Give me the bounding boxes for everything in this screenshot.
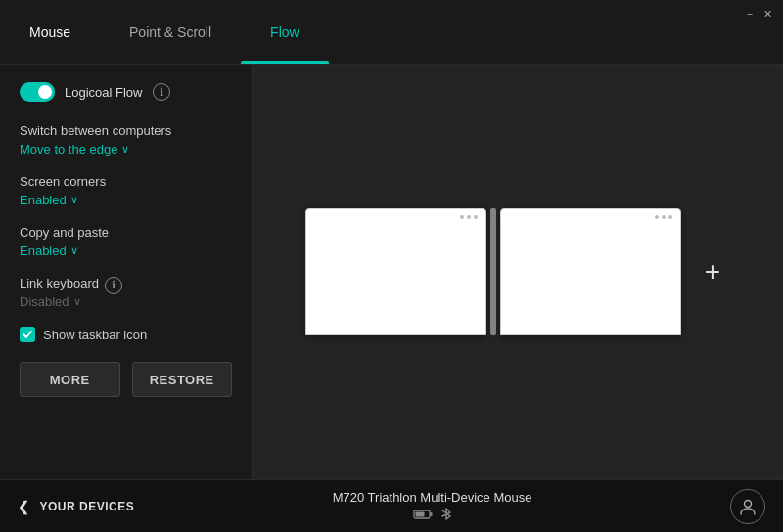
monitors-area: + [305,208,730,335]
logicoal-flow-row: Logicoal Flow ℹ [20,82,232,102]
show-taskbar-label: Show taskbar icon [43,328,147,342]
link-keyboard-info-icon[interactable]: ℹ [105,277,122,294]
close-button[interactable]: ✕ [760,6,775,22]
svg-point-3 [745,500,752,507]
link-keyboard-value[interactable]: Disabled ∨ [20,294,232,309]
device-info: M720 Triathlon Multi-Device Mouse [333,490,532,522]
copy-paste-chevron: ∨ [70,244,78,257]
svg-rect-1 [430,512,432,516]
logicoal-flow-label: Logicoal Flow [65,85,143,100]
switch-between-section: Switch between computers Move to the edg… [20,123,232,156]
show-taskbar-row: Show taskbar icon [20,327,232,342]
tab-point-scroll[interactable]: Point & Scroll [100,0,241,64]
screen-corners-chevron: ∨ [70,194,78,206]
minimize-button[interactable]: − [742,6,758,22]
right-panel: + [253,65,783,479]
restore-button[interactable]: RESTORE [132,362,233,397]
dot-4 [655,215,659,219]
link-keyboard-value-label: Disabled [20,294,69,309]
monitor-divider [490,208,496,335]
screen-corners-section: Screen corners Enabled ∨ [20,174,232,207]
link-keyboard-chevron: ∨ [73,295,81,308]
more-button[interactable]: MORE [20,362,120,397]
screen-corners-value[interactable]: Enabled ∨ [20,193,232,207]
bottombar: ❮ YOUR DEVICES M720 Triathlon Multi-Devi… [0,479,783,532]
main-content: Logicoal Flow ℹ Switch between computers… [0,65,783,479]
tab-mouse[interactable]: Mouse [0,0,100,64]
monitor-1[interactable] [305,208,486,335]
screen-corners-title: Screen corners [20,174,232,189]
chevron-left-icon: ❮ [18,499,30,514]
show-taskbar-checkbox[interactable] [20,327,35,342]
tabbar: Mouse Point & Scroll Flow [0,0,783,65]
profile-icon [738,497,758,516]
monitor-2[interactable] [500,208,681,335]
logicoal-flow-info-icon[interactable]: ℹ [153,83,170,101]
copy-paste-value-label: Enabled [20,244,67,258]
dot-6 [668,215,672,219]
switch-between-value-label: Move to the edge [20,142,117,156]
titlebar: − ✕ [734,0,783,27]
link-keyboard-section: Link keyboard ℹ Disabled ∨ [20,276,232,309]
monitor-2-dots [655,215,672,219]
dot-3 [474,215,478,219]
device-name: M720 Triathlon Multi-Device Mouse [333,490,532,505]
copy-paste-value[interactable]: Enabled ∨ [20,244,232,258]
profile-button[interactable] [730,489,765,524]
sidebar: Logicoal Flow ℹ Switch between computers… [0,65,253,479]
copy-paste-section: Copy and paste Enabled ∨ [20,225,232,258]
monitor-1-dots [460,215,478,219]
tab-flow[interactable]: Flow [241,0,329,64]
bluetooth-icon [440,507,452,522]
switch-between-title: Switch between computers [20,123,232,138]
your-devices-label: YOUR DEVICES [40,500,135,513]
switch-between-chevron: ∨ [121,143,129,155]
dot-5 [662,215,666,219]
link-keyboard-title: Link keyboard [20,276,99,290]
button-row: MORE RESTORE [20,362,232,397]
dot-2 [467,215,471,219]
battery-icon [413,509,433,520]
screen-corners-value-label: Enabled [20,193,67,207]
dot-1 [460,215,464,219]
add-monitor-button[interactable]: + [695,254,730,289]
copy-paste-title: Copy and paste [20,225,232,240]
your-devices-button[interactable]: ❮ YOUR DEVICES [18,499,134,514]
svg-rect-2 [415,512,424,517]
switch-between-value[interactable]: Move to the edge ∨ [20,142,232,156]
logicoal-flow-toggle[interactable] [20,82,55,102]
device-icons [413,507,452,522]
